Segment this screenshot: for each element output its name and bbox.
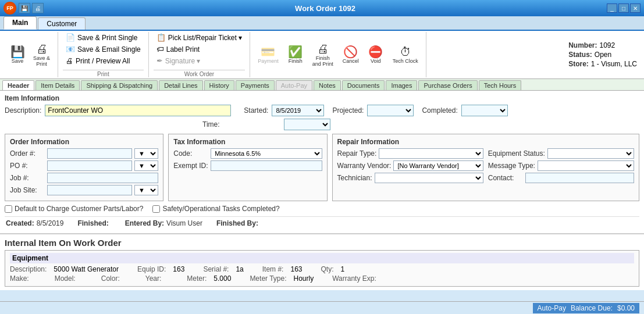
started-select[interactable]: 8/5/2019 [272,105,324,116]
created-value: 8/5/2019 [37,219,64,227]
subtab-documents[interactable]: Documents [342,80,385,90]
subtab-payments[interactable]: Payments [236,80,275,90]
label-print-icon: 🏷 [156,45,164,53]
workorder-small-buttons: 📋 Pick List/Repair Ticket ▾ 🏷 Label Prin… [154,32,245,66]
safety-tasks-checkbox-label[interactable]: Safety/Operational Tasks Completed? [152,205,279,213]
subtab-history[interactable]: History [204,80,234,90]
restore-btn[interactable]: □ [618,3,629,13]
default-charge-checkbox[interactable] [5,205,12,213]
entered-by-label: Entered By: [125,219,164,227]
default-charge-checkbox-label[interactable]: Default to Charge Customer Parts/Labor? [5,205,143,213]
toolbar-print-section: 📄 Save & Print Single 📧 Save & Email Sin… [58,32,149,77]
po-label: PO #: [10,162,45,170]
repair-type-label: Repair Type: [337,149,377,158]
tax-code-select[interactable]: Minnesota 6.5% [211,148,322,159]
checkbox-row: Default to Charge Customer Parts/Labor? … [5,205,639,213]
finish-print-button[interactable]: 🖨 Finish and Print [309,41,336,69]
desc-input[interactable] [45,105,231,116]
equipment-box: Equipment Description: 5000 Watt Generat… [5,250,639,287]
meter-type-value: Hourly [294,274,314,283]
time-select[interactable] [284,119,330,130]
content-area: Item Information Description: Started: 8… [0,91,644,233]
desc-label: Description: [5,106,41,115]
tech-clock-button[interactable]: ⏱ Tech Clock [390,44,421,66]
warranty-vendor-select[interactable]: [No Warranty Vendor] [393,160,483,171]
tab-main[interactable]: Main [3,16,37,30]
color-label: Color: [101,274,120,283]
save-print-single-btn[interactable]: 📄 Save & Print Single [63,32,144,43]
job-input[interactable] [47,173,158,183]
description-row: Description: Started: 8/5/2019 Projected… [5,105,639,116]
print-preview-btn[interactable]: 🖨 Print / Preview All [63,55,144,66]
exempt-input[interactable] [211,160,322,171]
finish-button[interactable]: ✅ Finish [285,44,306,66]
store-row: Store: 1 - Visum, LLC [568,60,637,68]
contact-row: Contact: [488,173,634,183]
void-button[interactable]: ⛔ Void [365,44,386,66]
meter-type-label: Meter Type: [250,274,286,283]
finished-by-label: Finished By: [216,219,258,227]
save-icon-btn[interactable]: 💾 [19,3,30,13]
warranty-vendor-label: Warranty Vendor: [337,162,392,170]
subtab-shipping[interactable]: Shipping & Dispatching [81,80,158,90]
subtab-notes[interactable]: Notes [314,80,341,90]
nav-tabs: Main Customer [0,16,644,31]
entered-by-value: Visum User [166,219,202,227]
print-icon-btn[interactable]: 🖨 [32,3,44,13]
subtab-header[interactable]: Header [2,80,34,90]
signature-btn: ✒ Signature ▾ [154,55,245,66]
technician-select[interactable] [375,173,483,183]
equip-id-label: Equip ID: [137,265,166,273]
subtabs: Header Item Details Shipping & Dispatchi… [0,79,644,91]
label-print-btn[interactable]: 🏷 Label Print [154,44,245,55]
equip-row-1: Description: 5000 Watt Generator Equip I… [10,265,634,273]
model-label: Model: [55,274,76,283]
subtab-purchase-orders[interactable]: Purchase Orders [418,80,477,90]
payment-icon: 💳 [261,46,275,58]
cancel-button[interactable]: 🚫 Cancel [340,44,362,66]
minimize-btn[interactable]: _ [607,3,617,13]
jobsite-input[interactable] [47,185,132,195]
status-value: Open [595,51,611,59]
time-label: Time: [202,120,220,129]
close-btn[interactable]: ✕ [630,3,641,13]
po-input[interactable] [47,160,132,171]
tab-customer[interactable]: Customer [38,17,86,30]
subtab-item-details[interactable]: Item Details [35,80,80,90]
po-row: PO #: ▼ [10,160,158,171]
message-type-label: Message Type: [488,162,535,170]
jobsite-select[interactable]: ▼ [134,185,158,195]
message-type-select[interactable] [538,160,634,171]
print-preview-icon: 🖨 [66,56,73,65]
qty-value: 1 [341,265,345,273]
jobsite-label: Job Site: [10,186,45,194]
repair-info-cols: Repair Type: Warranty Vendor: [No Warran… [337,148,635,185]
save-print-button[interactable]: 🖨 Save & Print [30,41,53,69]
status-autopay: Auto-Pay Balance Due: $0.00 [533,303,639,313]
repair-info-box: Repair Information Repair Type: Warranty… [332,134,640,201]
order-num-select[interactable]: ▼ [134,148,158,159]
order-info-title: Order Information [10,138,158,146]
balance-due-label: Balance Due: [571,304,613,312]
order-num-input[interactable] [47,148,132,159]
order-num-label: Order #: [10,149,45,158]
completed-select[interactable] [461,105,508,116]
meta-row: Created: 8/5/2019 Finished: Entered By: … [5,216,639,230]
subtab-detail-lines[interactable]: Detail Lines [159,80,202,90]
safety-tasks-checkbox[interactable] [152,205,160,213]
po-select[interactable]: ▼ [134,160,158,171]
save-email-single-btn[interactable]: 📧 Save & Email Single [63,44,144,55]
pick-list-repair-btn[interactable]: 📋 Pick List/Repair Ticket ▾ [154,32,245,43]
save-button[interactable]: 💾 Save [7,44,28,66]
contact-input[interactable] [525,173,634,183]
subtab-images[interactable]: Images [386,80,417,90]
toolbar-workorder-section: 📋 Pick List/Repair Ticket ▾ 🏷 Label Prin… [149,32,250,77]
subtab-tech-hours[interactable]: Tech Hours [479,80,522,90]
equip-status-select[interactable] [547,148,634,159]
pick-list-icon: 📋 [156,33,166,42]
projected-label: Projected: [332,106,364,115]
repair-type-select[interactable] [379,148,483,159]
equip-status-label: Equipment Status: [488,149,545,158]
finished-item: Finished: [77,219,111,227]
projected-select[interactable] [367,105,414,116]
